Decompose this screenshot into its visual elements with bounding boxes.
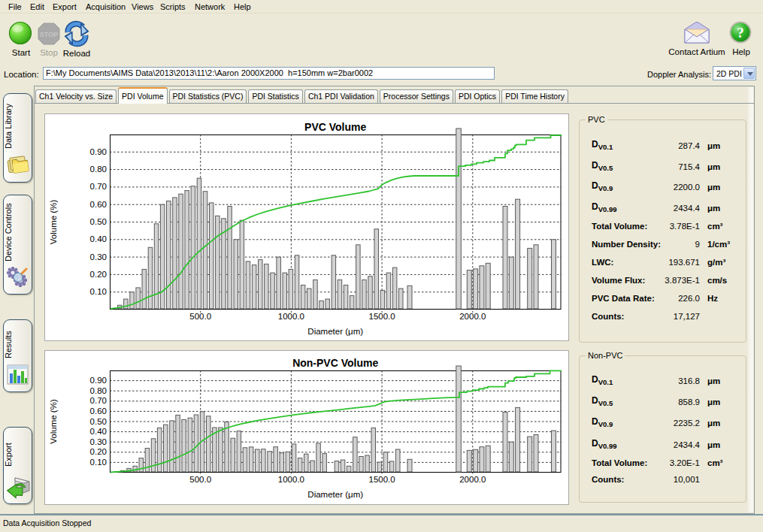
svg-text:500.0: 500.0: [189, 475, 211, 484]
svg-text:0.10: 0.10: [90, 287, 107, 296]
svg-text:0.20: 0.20: [90, 447, 107, 456]
svg-text:0.60: 0.60: [90, 407, 107, 416]
svg-text:Non-PVC Volume: Non-PVC Volume: [292, 357, 378, 369]
svg-text:0.80: 0.80: [90, 165, 107, 174]
svg-text:2000.0: 2000.0: [459, 312, 486, 321]
svg-text:Volume (%): Volume (%): [49, 399, 58, 444]
svg-text:0.40: 0.40: [90, 234, 107, 243]
svg-text:0.80: 0.80: [90, 386, 107, 395]
svg-text:500.0: 500.0: [189, 312, 211, 321]
svg-text:1500.0: 1500.0: [369, 312, 395, 321]
svg-text:0.40: 0.40: [90, 427, 107, 436]
svg-text:0.10: 0.10: [90, 458, 107, 467]
svg-text:0.60: 0.60: [90, 200, 107, 209]
svg-text:Diameter (μm): Diameter (μm): [307, 490, 363, 499]
svg-text:0.90: 0.90: [90, 376, 107, 385]
svg-text:Diameter (μm): Diameter (μm): [307, 327, 363, 336]
svg-text:0.70: 0.70: [90, 396, 107, 405]
svg-text:0.30: 0.30: [90, 437, 107, 446]
svg-text:1500.0: 1500.0: [369, 475, 395, 484]
svg-text:0.50: 0.50: [90, 417, 107, 426]
svg-text:STOP: STOP: [40, 31, 58, 38]
svg-text:1000.0: 1000.0: [278, 312, 304, 321]
svg-text:0.50: 0.50: [90, 217, 107, 226]
svg-text:0.90: 0.90: [90, 147, 107, 156]
svg-text:2000.0: 2000.0: [459, 475, 486, 484]
svg-text:0.20: 0.20: [90, 270, 107, 279]
svg-text:0.30: 0.30: [90, 252, 107, 261]
svg-text:0.70: 0.70: [90, 182, 107, 191]
svg-text:PVC Volume: PVC Volume: [304, 121, 366, 133]
svg-text:1000.0: 1000.0: [278, 475, 304, 484]
svg-text:Volume (%): Volume (%): [49, 200, 58, 245]
svg-text:?: ?: [737, 25, 744, 41]
